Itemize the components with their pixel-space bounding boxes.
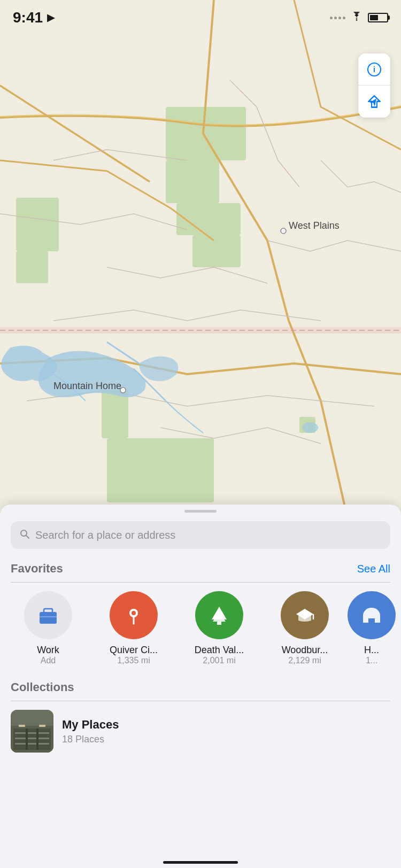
home-indicator <box>163 861 238 864</box>
svg-line-21 <box>26 536 29 538</box>
location-button[interactable] <box>358 86 390 118</box>
drag-handle[interactable] <box>184 510 217 513</box>
bottom-sheet: Search for a place or address Favorites … <box>0 505 401 868</box>
svg-rect-6 <box>16 198 59 251</box>
info-button[interactable]: i <box>358 53 390 86</box>
favorite-item-death-valley[interactable]: Death Val... 2,001 mi <box>176 591 262 665</box>
woodbury-detail: 2,129 mi <box>288 656 321 665</box>
collections-title: Collections <box>11 680 74 694</box>
map-view[interactable]: West Plains Mountain Home i <box>0 0 401 518</box>
status-right-icons <box>330 12 388 24</box>
favorites-header: Favorites See All <box>0 562 401 576</box>
work-icon <box>24 591 72 639</box>
favorite-item-quiver[interactable]: Quiver Ci... 1,335 mi <box>91 591 176 665</box>
svg-point-0 <box>356 19 358 21</box>
collection-name: My Places <box>62 718 119 732</box>
death-valley-detail: 2,001 mi <box>203 656 235 665</box>
svg-rect-13 <box>0 327 401 334</box>
svg-rect-42 <box>39 725 45 727</box>
wifi-icon <box>351 12 363 24</box>
collection-thumbnail <box>11 710 53 753</box>
svg-rect-29 <box>217 622 221 625</box>
svg-rect-37 <box>15 738 49 739</box>
svg-point-11 <box>302 422 318 433</box>
quiver-label: Quiver Ci... <box>110 645 158 656</box>
collections-divider <box>11 701 390 701</box>
woodbury-icon <box>281 591 329 639</box>
work-detail: Add <box>41 656 56 665</box>
quiver-icon <box>110 591 158 639</box>
svg-rect-7 <box>16 251 48 283</box>
map-controls-panel: i <box>358 53 390 118</box>
woodbury-label: Woodbur... <box>282 645 328 656</box>
favorites-title: Favorites <box>11 562 63 576</box>
status-time: 9:41 ▶ <box>13 9 55 26</box>
favorites-row: Work Add Quiver Ci... 1,335 mi <box>0 591 401 665</box>
svg-rect-39 <box>26 728 28 750</box>
svg-rect-3 <box>166 160 219 203</box>
partial-label: H... <box>364 645 379 656</box>
svg-rect-41 <box>19 725 25 727</box>
search-bar[interactable]: Search for a place or address <box>11 521 390 549</box>
cellular-signal-icon <box>330 17 345 19</box>
collection-item-my-places[interactable]: My Places 18 Places <box>0 710 401 753</box>
collections-header: Collections <box>0 680 401 694</box>
svg-point-26 <box>132 611 136 615</box>
favorites-divider <box>11 582 390 583</box>
svg-rect-40 <box>36 728 38 750</box>
svg-text:Mountain Home: Mountain Home <box>53 381 121 391</box>
see-all-button[interactable]: See All <box>357 563 390 575</box>
svg-rect-23 <box>44 609 52 613</box>
location-arrow-icon: ▶ <box>47 12 55 24</box>
svg-rect-8 <box>107 438 214 502</box>
quiver-detail: 1,335 mi <box>117 656 150 665</box>
svg-rect-36 <box>15 732 49 734</box>
death-valley-label: Death Val... <box>195 645 244 656</box>
work-label: Work <box>37 645 59 656</box>
favorite-item-work[interactable]: Work Add <box>5 591 91 665</box>
svg-text:West Plains: West Plains <box>289 220 340 231</box>
status-bar: 9:41 ▶ <box>0 0 401 29</box>
collection-info: My Places 18 Places <box>62 718 119 745</box>
svg-rect-2 <box>166 107 246 160</box>
collection-count: 18 Places <box>62 734 119 745</box>
partial-detail: 1... <box>366 656 377 665</box>
svg-rect-5 <box>192 235 241 267</box>
svg-rect-38 <box>15 743 49 745</box>
svg-rect-32 <box>368 618 375 623</box>
search-icon <box>19 529 30 542</box>
search-placeholder: Search for a place or address <box>35 529 175 541</box>
partial-icon <box>348 591 396 639</box>
time-display: 9:41 <box>13 9 43 26</box>
svg-text:i: i <box>373 65 375 74</box>
favorite-item-woodbury[interactable]: Woodbur... 2,129 mi <box>262 591 348 665</box>
svg-rect-9 <box>102 390 128 438</box>
svg-point-14 <box>281 228 286 234</box>
death-valley-icon <box>195 591 243 639</box>
svg-rect-24 <box>40 616 57 617</box>
favorite-item-partial[interactable]: H... 1... <box>348 591 396 665</box>
svg-rect-22 <box>40 612 57 624</box>
battery-icon <box>368 13 388 22</box>
